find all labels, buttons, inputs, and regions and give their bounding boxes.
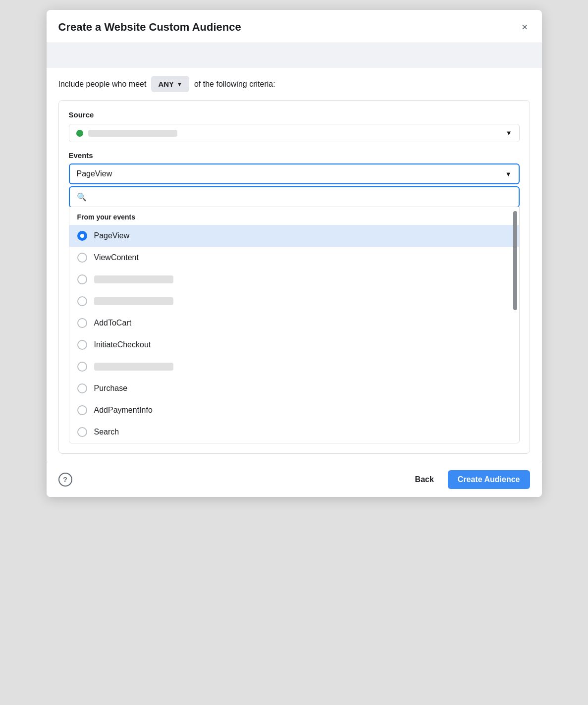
back-button[interactable]: Back — [407, 471, 442, 488]
events-dropdown[interactable]: PageView ▼ — [69, 163, 520, 184]
events-chevron-icon: ▼ — [505, 170, 512, 178]
event-name-blurred1 — [94, 275, 173, 283]
help-button[interactable]: ? — [58, 473, 72, 487]
event-search-input[interactable] — [91, 193, 512, 202]
modal-header: Create a Website Custom Audience × — [47, 10, 542, 43]
events-selected-value: PageView — [77, 169, 112, 178]
event-name-blurred2 — [94, 297, 173, 305]
list-item[interactable]: ViewContent — [69, 247, 519, 269]
list-item[interactable]: Purchase — [69, 378, 519, 399]
search-icon: 🔍 — [77, 192, 87, 202]
source-label: Source — [69, 110, 520, 119]
events-dropdown-list: From your events PageView ViewContent — [69, 207, 520, 443]
radio-addtocart[interactable] — [77, 318, 87, 328]
radio-blurred3[interactable] — [77, 362, 87, 372]
list-item[interactable]: AddToCart — [69, 312, 519, 334]
radio-addpaymentinfo[interactable] — [77, 405, 87, 415]
radio-viewcontent[interactable] — [77, 253, 87, 263]
source-status-dot — [76, 130, 83, 137]
event-name-search: Search — [94, 428, 119, 436]
criteria-prefix: Include people who meet — [58, 80, 147, 89]
radio-pageview[interactable] — [77, 231, 87, 241]
from-events-header: From your events — [69, 207, 519, 225]
scrollable-content-top — [47, 43, 542, 68]
radio-initiatecheckout[interactable] — [77, 340, 87, 350]
event-name-pageview: PageView — [94, 231, 130, 240]
any-dropdown[interactable]: ANY ▼ — [151, 76, 189, 92]
source-name-blurred — [88, 130, 177, 137]
close-button[interactable]: × — [520, 20, 530, 35]
events-label: Events — [69, 151, 520, 160]
radio-search[interactable] — [77, 427, 87, 437]
event-name-blurred3 — [94, 363, 173, 371]
scrollbar-thumb[interactable] — [513, 211, 517, 310]
radio-blurred2[interactable] — [77, 296, 87, 306]
source-chevron-icon: ▼ — [506, 129, 512, 137]
modal-footer: ? Back Create Audience — [47, 462, 542, 497]
event-name-addpaymentinfo: AddPaymentInfo — [94, 406, 153, 415]
event-name-purchase: Purchase — [94, 384, 128, 393]
footer-buttons: Back Create Audience — [407, 470, 530, 489]
event-name-initiatecheckout: InitiateCheckout — [94, 340, 151, 349]
chevron-down-icon: ▼ — [177, 81, 182, 87]
list-item[interactable]: Search — [69, 421, 519, 443]
criteria-bar: Include people who meet ANY ▼ of the fol… — [47, 68, 542, 100]
list-item[interactable]: PageView — [69, 225, 519, 247]
radio-blurred1[interactable] — [77, 274, 87, 284]
create-audience-button[interactable]: Create Audience — [448, 470, 530, 489]
modal-title: Create a Website Custom Audience — [58, 21, 241, 34]
source-left — [76, 130, 177, 137]
list-item[interactable]: AddPaymentInfo — [69, 399, 519, 421]
scrollbar-track — [513, 211, 517, 439]
source-dropdown[interactable]: ▼ — [69, 124, 520, 142]
criteria-suffix: of the following criteria: — [194, 80, 275, 89]
list-item[interactable] — [69, 356, 519, 378]
main-section-card: Source ▼ Events PageView ▼ 🔍 From your e… — [58, 100, 530, 454]
radio-purchase[interactable] — [77, 383, 87, 393]
list-item[interactable] — [69, 269, 519, 290]
event-name-addtocart: AddToCart — [94, 319, 132, 327]
event-name-viewcontent: ViewContent — [94, 253, 139, 262]
list-item[interactable]: InitiateCheckout — [69, 334, 519, 356]
any-label: ANY — [158, 80, 174, 88]
event-search-box[interactable]: 🔍 — [69, 186, 520, 208]
modal: Create a Website Custom Audience × Inclu… — [47, 10, 542, 497]
list-item[interactable] — [69, 290, 519, 312]
